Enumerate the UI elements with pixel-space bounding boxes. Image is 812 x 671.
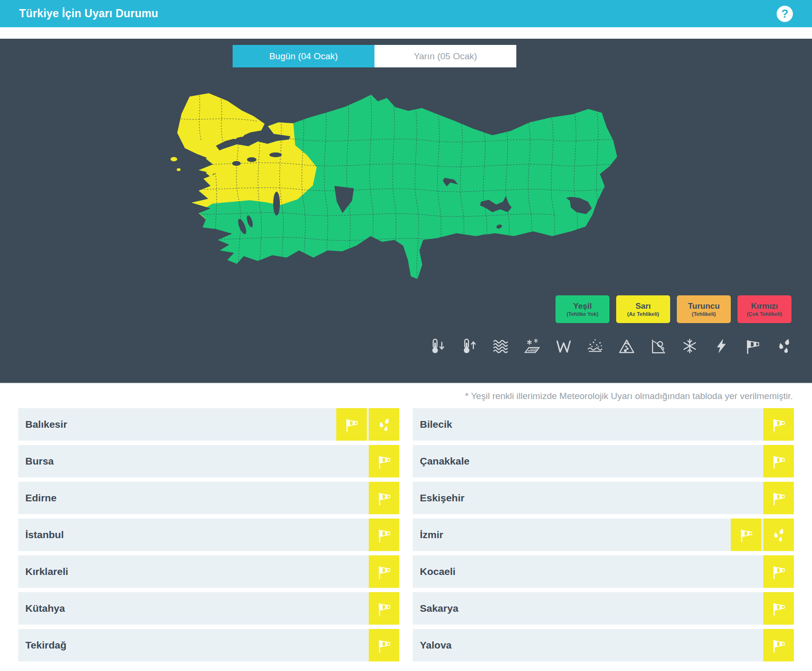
warning-badges: [369, 482, 399, 514]
wind-warning-badge: [336, 408, 367, 441]
warning-badges: [763, 482, 794, 514]
avalanche-icon: [618, 337, 635, 355]
province-column: Balıkesir Bursa Edirne İstanbul Kırklare…: [18, 408, 399, 661]
province-row[interactable]: Kocaeli: [413, 555, 794, 588]
province-name: Eskişehir: [420, 492, 464, 504]
province-name: Çanakkale: [420, 455, 470, 467]
wind-warning-badge: [369, 629, 399, 661]
wind-warning-badge: [369, 519, 399, 551]
wind-warning-badge: [369, 592, 399, 625]
province-name: Kütahya: [25, 603, 65, 614]
province-name: Kocaeli: [420, 566, 456, 577]
page-title: Türkiye İçin Uyarı Durumu: [19, 7, 158, 20]
province-name: Kırklareli: [25, 566, 68, 577]
wind-warning-badge: [763, 408, 794, 441]
province-row[interactable]: Bilecik: [413, 408, 794, 441]
warning-badges: [763, 592, 794, 625]
wind-warning-badge: [763, 555, 794, 588]
province-name: İzmir: [420, 529, 443, 541]
legend-orange: Turuncu (Tehlikeli): [677, 295, 731, 323]
header-bar: Türkiye İçin Uyarı Durumu ?: [0, 0, 812, 27]
wind-warning-badge: [731, 519, 761, 551]
warning-badges: [369, 519, 399, 551]
warning-badges: [336, 408, 399, 441]
legend-yellow: Sarı (Az Tehlikeli): [616, 295, 670, 323]
green-province-note: * Yeşil renkli illerimizde Meteorolojik …: [19, 391, 793, 401]
province-table: Balıkesir Bursa Edirne İstanbul Kırklare…: [18, 408, 794, 661]
rain-warning-badge: [369, 408, 399, 441]
thunderstorm-icon: [713, 337, 730, 355]
warning-badges: [763, 629, 794, 661]
province-row[interactable]: İstanbul: [18, 519, 399, 551]
storm-at-sea-icon: [492, 337, 509, 355]
tab-tomorrow[interactable]: Yarın (05 Ocak): [374, 45, 516, 67]
province-column: Bilecik Çanakkale Eskişehir İzmir Kocael…: [413, 408, 794, 661]
warning-badges: [369, 445, 399, 477]
blizzard-icon: [587, 337, 604, 355]
map-section: Bugün (04 Ocak) Yarın (05 Ocak): [0, 39, 812, 384]
warning-badges: [369, 555, 399, 588]
province-warning-section: * Yeşil renkli illerimizde Meteorolojik …: [0, 391, 812, 661]
warning-badges: [731, 519, 794, 551]
province-name: Bursa: [25, 455, 54, 467]
agricultural-frost-icon: [524, 337, 541, 355]
province-row[interactable]: Kütahya: [18, 592, 399, 625]
warning-legend: Yeşil (Tehlike Yok) Sarı (Az Tehlikeli) …: [556, 295, 791, 323]
province-name: Edirne: [25, 492, 56, 504]
legend-green: Yeşil (Tehlike Yok): [556, 295, 609, 323]
wind-warning-badge: [763, 445, 794, 477]
province-row[interactable]: İzmir: [413, 519, 794, 551]
province-name: Yalova: [420, 639, 452, 651]
province-name: Bilecik: [420, 419, 452, 430]
province-row[interactable]: Kırklareli: [18, 555, 399, 588]
legend-red: Kırmızı (Çok Tehlikeli): [737, 295, 791, 323]
day-tabs: Bugün (04 Ocak) Yarın (05 Ocak): [233, 45, 516, 67]
rain-icon: [776, 337, 793, 355]
header-divider: [0, 27, 812, 39]
warning-badges: [369, 629, 399, 661]
landslide-icon: [650, 337, 667, 355]
turkey-warning-map[interactable]: [170, 87, 619, 285]
province-row[interactable]: Edirne: [18, 482, 399, 514]
wind-warning-badge: [369, 482, 399, 514]
wind-warning-badge: [763, 482, 794, 514]
low-temperature-icon: [429, 337, 446, 355]
wind-icon: [744, 337, 761, 355]
province-row[interactable]: Balıkesir: [18, 408, 399, 441]
tab-today[interactable]: Bugün (04 Ocak): [233, 45, 374, 67]
province-row[interactable]: Çanakkale: [413, 445, 794, 477]
province-row[interactable]: Sakarya: [413, 592, 794, 625]
province-name: Sakarya: [420, 603, 459, 614]
fog-icon: [555, 337, 572, 355]
province-row[interactable]: Yalova: [413, 629, 794, 661]
wind-warning-badge: [369, 555, 399, 588]
icing-icon: [681, 337, 698, 355]
rain-warning-badge: [763, 519, 794, 551]
warning-badges: [763, 408, 794, 441]
warning-badges: [369, 592, 399, 625]
province-row[interactable]: Tekirdağ: [18, 629, 399, 661]
wind-warning-badge: [763, 592, 794, 625]
warning-badges: [763, 555, 794, 588]
warning-badges: [763, 445, 794, 477]
warning-type-icon-row: [429, 337, 793, 355]
high-temperature-icon: [460, 337, 478, 355]
province-name: Tekirdağ: [25, 639, 66, 651]
wind-warning-badge: [763, 629, 794, 661]
province-name: Balıkesir: [25, 419, 67, 430]
province-name: İstanbul: [25, 529, 64, 541]
province-row[interactable]: Bursa: [18, 445, 399, 477]
province-row[interactable]: Eskişehir: [413, 482, 794, 514]
help-icon[interactable]: ?: [777, 6, 793, 22]
wind-warning-badge: [369, 445, 399, 477]
